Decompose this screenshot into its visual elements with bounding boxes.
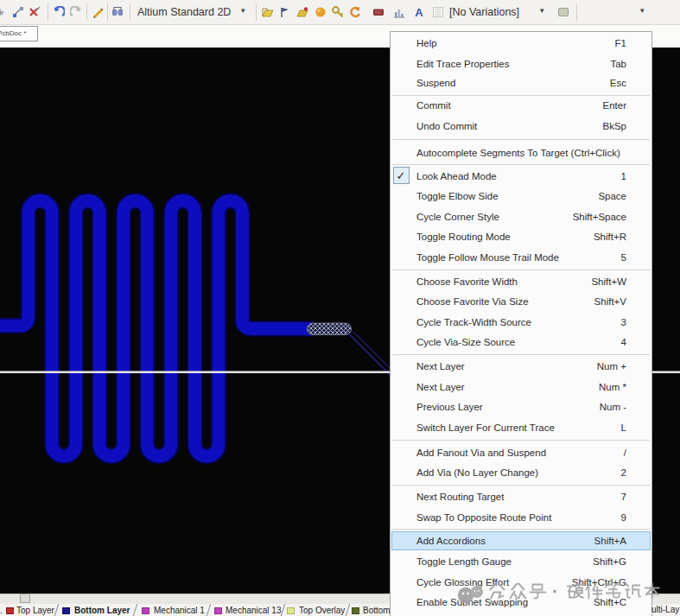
svg-text:A: A bbox=[415, 6, 423, 18]
